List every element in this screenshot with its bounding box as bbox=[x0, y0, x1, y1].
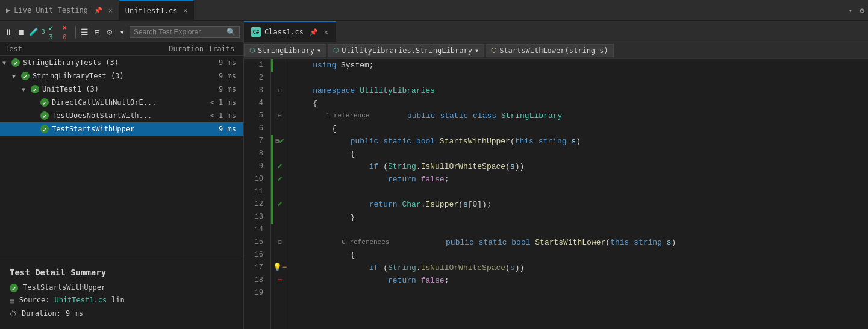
line-number: 2 bbox=[244, 72, 263, 84]
search-box[interactable]: 🔍 bbox=[130, 26, 240, 38]
editor-tab-bar: C# Class1.cs 📌 ✕ bbox=[244, 21, 868, 42]
code-line: { bbox=[294, 97, 868, 110]
stop-btn[interactable]: ⏹ bbox=[16, 25, 27, 39]
test-row[interactable]: ▼✔StringLibraryTests (3)9 ms bbox=[0, 56, 243, 69]
class-dropdown[interactable]: ⬡ StringLibrary ▾ bbox=[244, 44, 326, 57]
collapse-button[interactable]: ⊟ bbox=[278, 84, 281, 97]
traits-col-header: Traits bbox=[208, 45, 239, 53]
code-token: s bbox=[463, 198, 468, 211]
method-dropdown[interactable]: ⬡ StartsWithLower(string s) bbox=[486, 44, 614, 57]
test-icon: ✔ bbox=[11, 58, 20, 67]
code-token: this bbox=[515, 135, 534, 148]
class-dropdown-icon: ⬡ bbox=[249, 46, 255, 54]
group-btn[interactable]: ☰ bbox=[80, 25, 90, 39]
code-token: return bbox=[294, 173, 416, 186]
gutter-line: 💡− bbox=[271, 262, 289, 274]
tree-arrow[interactable]: ▼ bbox=[2, 60, 11, 66]
fail-count: 0 bbox=[63, 33, 67, 41]
code-token: . bbox=[416, 262, 421, 274]
tab-live-unit-pin[interactable]: 📌 bbox=[94, 7, 102, 14]
test-name: TestStartsWithUpper bbox=[52, 125, 189, 133]
test-row[interactable]: ▼✔StringLibraryTest (3)9 ms bbox=[0, 69, 243, 83]
lightbulb-icon[interactable]: 💡 bbox=[273, 262, 282, 274]
gutter-line bbox=[271, 148, 289, 160]
green-bar bbox=[271, 173, 273, 186]
collapse-button[interactable]: ⊟ bbox=[278, 110, 281, 122]
tab-settings-btn[interactable]: ⚙ bbox=[856, 0, 868, 20]
method-icon: ⬡ bbox=[491, 46, 497, 54]
code-token: ( bbox=[378, 262, 388, 274]
code-lines: using System; namespace UtilityLibraries… bbox=[289, 59, 868, 329]
gutter-line bbox=[271, 211, 289, 224]
detail-source-link[interactable]: UnitTest1.cs bbox=[54, 296, 107, 304]
code-line: } bbox=[294, 211, 868, 224]
test-col-header: Test bbox=[5, 45, 154, 53]
dropdown-btn[interactable]: ▾ bbox=[117, 25, 127, 39]
test-name: DirectCallWithNullOrE... bbox=[52, 98, 189, 107]
tab-unittest[interactable]: UnitTest1.cs ✕ bbox=[119, 0, 194, 20]
code-token: ) bbox=[576, 135, 581, 148]
class-dropdown-arrow[interactable]: ▾ bbox=[317, 46, 321, 55]
code-token: . bbox=[421, 198, 426, 211]
tab-unittest-label: UnitTest1.cs bbox=[125, 7, 178, 15]
tab-overflow-btn[interactable]: ▾ bbox=[845, 0, 857, 20]
detail-pass-icon: ✔ bbox=[10, 284, 18, 292]
pass-checkmark: ✔ bbox=[277, 198, 282, 211]
gutter-line: ✔ bbox=[271, 198, 289, 211]
code-token: } bbox=[294, 211, 355, 224]
tree-arrow[interactable]: ▼ bbox=[22, 86, 30, 93]
tree-arrow[interactable]: ▼ bbox=[12, 73, 20, 80]
editor-tab-pin[interactable]: 📌 bbox=[310, 28, 318, 36]
test-duration: 9 ms bbox=[189, 125, 243, 133]
line-number: 3 bbox=[244, 84, 263, 97]
tab-live-unit-testing[interactable]: ▶ Live Unit Testing 📌 ✕ bbox=[0, 0, 119, 20]
gutter-line bbox=[271, 72, 289, 84]
namespace-dropdown[interactable]: ⬡ UtilityLibraries.StringLibrary ▾ bbox=[328, 44, 484, 57]
line-numbers: 12345678910111213141516171819 bbox=[244, 59, 271, 329]
code-line bbox=[294, 224, 868, 236]
method-label: StartsWithLower(string s) bbox=[499, 46, 608, 55]
line-number: 16 bbox=[244, 249, 263, 262]
tab-unittest-close[interactable]: ✕ bbox=[183, 7, 187, 14]
code-area: 12345678910111213141516171819 ⊟⊟⊟✔✔✔✔⊟💡−… bbox=[244, 59, 868, 329]
line-number: 8 bbox=[244, 148, 263, 160]
gutter-line bbox=[271, 186, 289, 198]
test-duration: 9 ms bbox=[189, 85, 243, 93]
pass-count-2: 3 bbox=[49, 33, 53, 41]
flask-btn[interactable]: 🧪 bbox=[29, 25, 39, 39]
collapse-button[interactable]: ⊟ bbox=[278, 236, 281, 249]
settings-btn[interactable]: ⚙ bbox=[104, 25, 114, 39]
search-input[interactable] bbox=[134, 28, 224, 36]
detail-source-label: Source: bbox=[19, 296, 50, 304]
detail-pass-row: ✔ TestStartsWithUpper bbox=[10, 283, 234, 292]
code-token: public bbox=[294, 135, 378, 148]
tab-live-unit-close[interactable]: ✕ bbox=[108, 7, 113, 14]
test-row[interactable]: ✔DirectCallWithNullOrE...< 1 ms bbox=[0, 96, 243, 109]
code-token: UtilityLibraries bbox=[360, 84, 435, 97]
detail-duration-row: ⏱ Duration: 9 ms bbox=[10, 309, 234, 318]
green-bar bbox=[271, 186, 273, 198]
test-row[interactable]: ✔TestStartsWithUpper9 ms bbox=[0, 122, 243, 136]
run-pause-btn[interactable]: ⏸ bbox=[4, 25, 14, 39]
code-token: String bbox=[388, 262, 416, 274]
editor-tab-close[interactable]: ✕ bbox=[324, 28, 328, 36]
test-name: StringLibraryTest (3) bbox=[33, 72, 189, 80]
editor-tab-label: Class1.cs bbox=[264, 28, 304, 36]
test-icon: ✔ bbox=[40, 98, 49, 107]
editor-tab-class1[interactable]: C# Class1.cs 📌 ✕ bbox=[244, 21, 336, 42]
test-row[interactable]: ✔TestDoesNotStartWith...< 1 ms bbox=[0, 109, 243, 122]
gutter-line: ✔ bbox=[271, 160, 289, 173]
code-token: IsUpper bbox=[425, 198, 458, 211]
namespace-arrow[interactable]: ▾ bbox=[475, 46, 479, 55]
gutter-line bbox=[271, 122, 289, 135]
test-row[interactable]: ▼✔UnitTest1 (3)9 ms bbox=[0, 83, 243, 96]
code-token: )) bbox=[515, 262, 525, 274]
line-number: 4 bbox=[244, 97, 263, 110]
test-icon: ✔ bbox=[40, 124, 49, 134]
code-token: static bbox=[378, 135, 411, 148]
line-number: 7 bbox=[244, 135, 263, 148]
code-token: ( bbox=[458, 198, 463, 211]
code-token: string bbox=[629, 236, 662, 249]
collapse-btn[interactable]: ⊟ bbox=[92, 25, 102, 39]
code-token: false bbox=[416, 274, 445, 287]
